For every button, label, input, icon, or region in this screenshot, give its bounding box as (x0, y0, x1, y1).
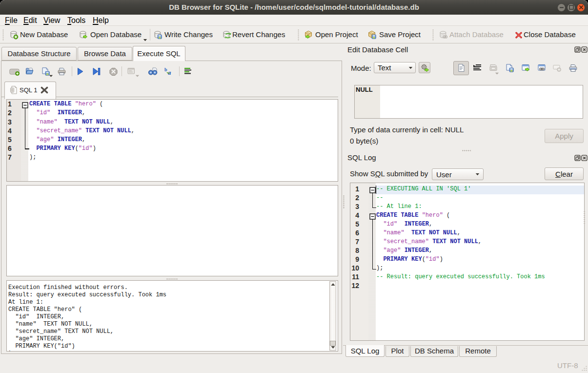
svg-text:a: a (168, 69, 171, 76)
svg-text:b: b (164, 67, 167, 72)
